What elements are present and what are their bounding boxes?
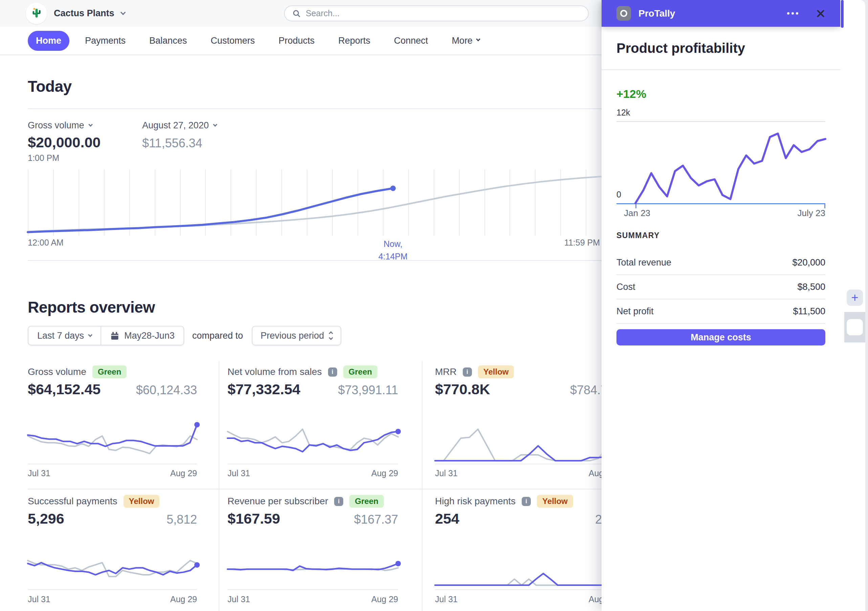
nav-item-payments[interactable]: Payments xyxy=(77,31,134,51)
profit-chart xyxy=(636,121,825,203)
compared-to-label: compared to xyxy=(192,331,243,341)
card-title-row: Gross volume Green xyxy=(28,365,127,378)
search-icon xyxy=(292,9,301,18)
row-divider xyxy=(28,489,601,490)
status-badge: Yellow xyxy=(124,495,160,508)
card-title-row: MRR i Yellow xyxy=(435,365,514,378)
divider xyxy=(28,108,601,109)
info-icon[interactable]: i xyxy=(328,367,337,376)
card-previous-value: $167.37 xyxy=(354,512,398,527)
chevron-down-icon xyxy=(88,333,92,337)
comparison-select[interactable]: Previous period xyxy=(252,326,342,345)
panel-scrollbar xyxy=(840,0,844,611)
search-bar[interactable] xyxy=(284,5,589,21)
apps-rail: + xyxy=(844,0,865,611)
card-x-end: Aug 29 xyxy=(170,594,197,604)
range-dropdown[interactable]: Last 7 days xyxy=(28,326,101,345)
nav-item-balances[interactable]: Balances xyxy=(141,31,195,51)
select-updown-icon xyxy=(329,332,332,339)
chevron-down-icon xyxy=(120,10,126,15)
chevron-down-icon xyxy=(88,122,93,127)
search-input[interactable] xyxy=(306,8,581,18)
active-app-band xyxy=(844,312,865,342)
today-date-label: August 27, 2020 xyxy=(142,120,209,131)
info-icon[interactable]: i xyxy=(522,497,531,506)
status-badge: Green xyxy=(343,365,377,378)
report-card[interactable]: Gross volume Green $64,152.45 $60,124.33… xyxy=(28,361,197,488)
axis-tick xyxy=(824,203,825,208)
close-icon[interactable] xyxy=(815,8,825,19)
nav-item-products[interactable]: Products xyxy=(270,31,323,51)
today-metric-selector[interactable]: Gross volume xyxy=(28,120,92,131)
card-x-end: Aug 29 xyxy=(589,594,601,604)
card-current-value: 5,296 xyxy=(28,510,64,527)
summary-value: $8,500 xyxy=(797,282,825,292)
card-values: $77,332.54 $73,991.11 xyxy=(228,381,398,398)
protally-panel-header: ProTally xyxy=(601,0,840,27)
report-card[interactable]: Successful payments Yellow 5,296 5,812 J… xyxy=(28,490,197,611)
today-time-label: 1:00 PM xyxy=(28,153,59,163)
card-x-start: Jul 31 xyxy=(435,468,458,478)
column-divider xyxy=(219,361,219,611)
card-previous-value: $60,124.33 xyxy=(136,383,197,397)
card-sparkline xyxy=(435,545,601,589)
card-x-end: Aug 29 xyxy=(589,468,601,478)
card-label: Successful payments xyxy=(28,496,118,507)
status-badge: Green xyxy=(349,495,384,508)
card-sparkline xyxy=(28,545,197,589)
reports-filters: Last 7 days May28-Jun3 compared to Previ… xyxy=(28,326,341,345)
nav-item-home[interactable]: Home xyxy=(28,31,70,51)
summary-label: Cost xyxy=(617,282,636,292)
summary-heading: SUMMARY xyxy=(617,231,660,240)
today-metric-label: Gross volume xyxy=(28,120,84,131)
add-app-button[interactable]: + xyxy=(847,289,863,306)
report-card[interactable]: High risk payments i Yellow 254 248 Jul … xyxy=(435,490,601,611)
nav-item-more[interactable]: More xyxy=(443,31,488,51)
axis-label-end: 11:59 PM xyxy=(525,238,600,247)
card-x-start: Jul 31 xyxy=(28,468,50,478)
card-sparkline xyxy=(228,545,398,589)
report-card[interactable]: Net volume from sales i Green $77,332.54… xyxy=(228,361,398,488)
today-previous-value: $11,556.34 xyxy=(142,136,202,150)
active-app-button[interactable] xyxy=(847,319,863,335)
card-footer: Jul 31 Aug 29 xyxy=(228,468,398,478)
date-range-button[interactable]: May28-Jun3 xyxy=(101,326,183,345)
scrollbar-thumb[interactable] xyxy=(841,0,844,28)
card-values: 254 248 xyxy=(435,510,601,527)
card-x-end: Aug 29 xyxy=(371,594,398,604)
card-current-value: $770.8K xyxy=(435,381,490,398)
status-badge: Yellow xyxy=(478,365,514,378)
nav-item-connect[interactable]: Connect xyxy=(386,31,436,51)
card-label: Gross volume xyxy=(28,367,86,377)
today-date-selector[interactable]: August 27, 2020 xyxy=(142,120,217,131)
nav-item-customers[interactable]: Customers xyxy=(202,31,263,51)
card-label: Net volume from sales xyxy=(228,367,322,377)
more-options-icon[interactable] xyxy=(786,9,799,18)
business-switcher[interactable]: Cactus Plants xyxy=(26,3,125,24)
now-line2: 4:14PM xyxy=(378,252,408,261)
today-title: Today xyxy=(28,77,72,95)
manage-costs-button[interactable]: Manage costs xyxy=(617,329,825,345)
axis-label-start: 12:00 AM xyxy=(28,238,64,247)
business-avatar xyxy=(26,3,47,24)
nav-item-reports[interactable]: Reports xyxy=(330,31,378,51)
card-values: $770.8K $784.7K xyxy=(435,381,601,398)
card-values: $167.59 $167.37 xyxy=(228,510,398,527)
report-card[interactable]: Revenue per subscriber i Green $167.59 $… xyxy=(228,490,398,611)
card-x-start: Jul 31 xyxy=(228,594,250,604)
card-baseline xyxy=(435,464,601,464)
card-x-start: Jul 31 xyxy=(435,594,458,604)
panel-title: Product profitability xyxy=(617,40,745,56)
x-label-start: Jan 23 xyxy=(624,208,650,218)
card-previous-value: 5,812 xyxy=(167,512,197,527)
report-card[interactable]: MRR i Yellow $770.8K $784.7K Jul 31 Aug … xyxy=(435,361,601,488)
card-title-row: High risk payments i Yellow xyxy=(435,495,573,508)
chevron-down-icon xyxy=(476,37,480,41)
card-baseline xyxy=(228,589,398,590)
info-icon[interactable]: i xyxy=(334,497,343,506)
card-previous-value: $784.7K xyxy=(570,383,601,397)
card-current-value: $77,332.54 xyxy=(228,381,300,398)
card-current-value: $167.59 xyxy=(228,510,280,527)
card-footer: Jul 31 Aug 29 xyxy=(435,594,601,604)
info-icon[interactable]: i xyxy=(463,367,472,376)
